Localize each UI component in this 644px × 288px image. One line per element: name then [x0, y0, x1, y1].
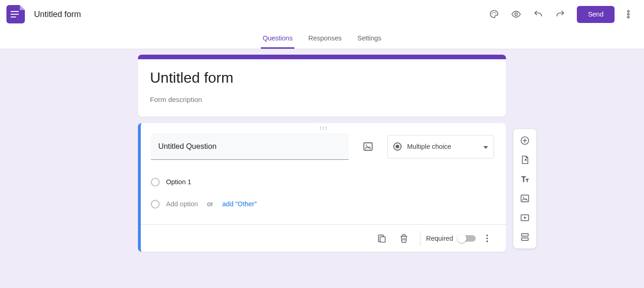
drag-handle[interactable]: [141, 123, 506, 133]
form-title-input[interactable]: [150, 69, 494, 86]
tabs: Questions Responses Settings: [0, 28, 644, 49]
svg-rect-14: [364, 143, 372, 150]
top-bar: Send Questions Responses Settings: [0, 0, 644, 49]
question-type-label: Multiple choice: [407, 143, 478, 150]
send-button[interactable]: Send: [577, 6, 615, 23]
caret-down-icon: [483, 142, 488, 151]
import-questions-button[interactable]: [516, 151, 534, 169]
add-section-button[interactable]: [516, 228, 534, 246]
svg-point-13: [326, 129, 327, 130]
svg-rect-16: [380, 237, 385, 242]
more-menu-button[interactable]: [618, 4, 638, 24]
image-icon: [362, 141, 374, 152]
option-row[interactable]: Option 1: [151, 171, 494, 193]
customize-theme-button[interactable]: [484, 4, 504, 24]
drag-handle-icon: [319, 126, 328, 130]
palette-icon: [489, 9, 499, 19]
svg-point-1: [493, 12, 494, 13]
undo-icon: [533, 9, 543, 19]
svg-point-0: [492, 13, 493, 14]
question-footer: Required: [141, 224, 506, 252]
svg-point-22: [523, 197, 524, 198]
more-vert-icon: [482, 233, 492, 243]
question-card[interactable]: Multiple choice Option 1 Add option or a…: [138, 123, 506, 252]
tab-settings[interactable]: Settings: [356, 34, 383, 49]
svg-rect-24: [522, 234, 529, 237]
option-label[interactable]: Option 1: [166, 178, 191, 186]
svg-point-6: [627, 13, 629, 15]
add-image-button[interactable]: [358, 136, 378, 157]
video-icon: [520, 213, 530, 223]
plus-circle-icon: [520, 136, 530, 146]
form-header-card[interactable]: [138, 55, 506, 117]
delete-button[interactable]: [393, 228, 414, 249]
side-toolbar: [513, 129, 536, 248]
question-type-select[interactable]: Multiple choice: [387, 135, 494, 158]
svg-point-3: [495, 13, 496, 14]
add-option-or: or: [207, 200, 213, 208]
text-icon: [520, 174, 530, 184]
svg-point-11: [320, 129, 322, 130]
trash-icon: [399, 233, 409, 243]
radio-outline-icon: [151, 200, 160, 209]
svg-point-4: [515, 13, 518, 16]
import-icon: [520, 155, 530, 165]
copy-icon: [377, 233, 387, 243]
eye-icon: [511, 9, 521, 19]
required-label: Required: [426, 235, 453, 242]
forms-logo[interactable]: [6, 5, 25, 23]
svg-point-5: [627, 11, 629, 12]
duplicate-button[interactable]: [371, 228, 392, 249]
preview-button[interactable]: [506, 4, 526, 24]
section-icon: [520, 232, 530, 242]
form-description-input[interactable]: [150, 96, 494, 103]
tab-questions[interactable]: Questions: [261, 34, 294, 49]
add-question-button[interactable]: [516, 132, 534, 149]
undo-button[interactable]: [528, 4, 548, 24]
svg-point-18: [486, 237, 488, 239]
question-more-button[interactable]: [477, 228, 498, 249]
svg-point-7: [627, 17, 629, 18]
add-option-button[interactable]: Add option: [166, 200, 198, 208]
redo-icon: [555, 9, 565, 19]
required-toggle[interactable]: [459, 235, 476, 242]
svg-point-15: [366, 145, 367, 146]
redo-button[interactable]: [550, 4, 570, 24]
add-image-side-button[interactable]: [516, 190, 534, 207]
svg-point-2: [494, 12, 495, 13]
svg-rect-25: [522, 238, 529, 241]
add-option-row: Add option or add "Other": [151, 193, 494, 215]
add-video-button[interactable]: [516, 209, 534, 226]
radio-outline-icon: [151, 178, 160, 186]
svg-rect-21: [521, 195, 529, 202]
document-title-input[interactable]: [34, 10, 172, 19]
svg-point-10: [326, 127, 327, 128]
tab-responses[interactable]: Responses: [306, 34, 344, 49]
svg-point-17: [486, 234, 488, 236]
image-icon: [520, 193, 530, 203]
divider: [420, 231, 420, 246]
add-other-button[interactable]: add "Other": [222, 200, 257, 208]
svg-point-19: [486, 240, 488, 242]
more-vert-icon: [623, 9, 633, 19]
svg-point-12: [323, 129, 324, 130]
svg-point-8: [320, 127, 322, 128]
radio-icon: [393, 142, 402, 151]
svg-point-9: [323, 127, 324, 128]
add-title-button[interactable]: [516, 170, 534, 188]
question-title-input[interactable]: [151, 133, 349, 160]
